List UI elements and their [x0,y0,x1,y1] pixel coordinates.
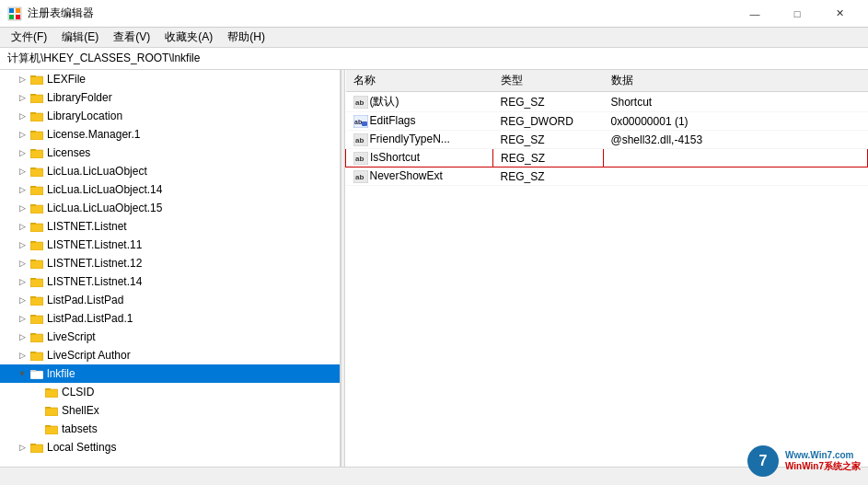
tree-label-liclua15: LicLua.LicLuaObject.15 [47,202,162,214]
expand-icon-listnet12[interactable]: ▷ [15,259,29,268]
tree-label-listnet: LISTNET.Listnet [47,220,127,233]
folder-icon-tabsets [44,421,59,436]
expand-icon-licensemanager[interactable]: ▷ [15,130,29,139]
tree-item-lnkfile[interactable]: ▼ lnkfile [0,364,340,383]
tree-item-liclua15[interactable]: ▷ LicLua.LicLuaObject.15 [0,199,340,217]
col-header-data: 数据 [604,70,868,92]
svg-rect-83 [45,426,58,434]
folder-icon-lnkfile [29,366,44,381]
svg-rect-39 [30,224,43,232]
tree-item-licenses[interactable]: ▷ Licenses [0,144,340,162]
svg-rect-35 [30,205,43,214]
expand-icon-licenses[interactable]: ▷ [15,148,29,157]
expand-icon-lnkfile[interactable]: ▼ [15,369,29,378]
cell-type-isshortcut: REG_SZ [493,149,604,167]
svg-rect-31 [30,187,43,195]
tree-item-listnet14[interactable]: ▷ LISTNET.Listnet.14 [0,272,340,291]
expand-icon-listpad1[interactable]: ▷ [15,314,29,323]
values-row-editflags[interactable]: ab EditFlagsREG_DWORD0x00000001 (1) [346,112,868,131]
tree-item-listpad1[interactable]: ▷ ListPad.ListPad.1 [0,309,340,328]
folder-icon-lexfile [29,72,44,87]
tree-label-libraryfolder: LibraryFolder [47,91,112,104]
values-row-default[interactable]: ab (默认)REG_SZShortcut [346,92,868,112]
tree-item-libraryfolder[interactable]: ▷ LibraryFolder [0,88,340,107]
close-button[interactable]: ✕ [818,0,861,28]
cell-type-nevershowext: REG_SZ [493,167,604,186]
menu-item-help[interactable]: 帮助(H) [220,28,272,47]
tree-label-lnkfile: lnkfile [47,367,75,380]
tree-item-clsid[interactable]: CLSID [0,383,340,401]
svg-rect-1 [9,8,14,13]
folder-icon-listnet14 [29,274,44,289]
values-table: 名称 类型 数据 ab (默认)REG_SZShortcut ab EditFl… [345,70,868,186]
minimize-button[interactable]: — [734,0,776,28]
expand-icon-libraryfolder[interactable]: ▷ [15,93,29,102]
tree-item-listnet11[interactable]: ▷ LISTNET.Listnet.11 [0,236,340,254]
folder-icon-liclua14 [29,182,44,197]
values-pane[interactable]: 名称 类型 数据 ab (默认)REG_SZShortcut ab EditFl… [345,70,868,467]
tree-label-liclua: LicLua.LicLuaObject [47,165,147,178]
expand-icon-livescript[interactable]: ▷ [15,332,29,341]
tree-item-librarylocation[interactable]: ▷ LibraryLocation [0,107,340,125]
expand-icon-lexfile[interactable]: ▷ [15,75,29,84]
svg-rect-67 [30,352,43,361]
folder-icon-livescriptauthor [29,348,44,363]
menu-item-favorites[interactable]: 收藏夹(A) [157,28,220,47]
svg-rect-43 [30,242,43,250]
titlebar-controls: — □ ✕ [734,0,861,28]
tree-item-livescriptauthor[interactable]: ▷ LiveScript Author [0,346,340,364]
expand-icon-listnet14[interactable]: ▷ [15,277,29,286]
expand-icon-liclua15[interactable]: ▷ [15,203,29,213]
menu-item-edit[interactable]: 编辑(E) [54,28,106,47]
svg-rect-87 [30,445,43,453]
tree-item-licensemanager[interactable]: ▷ License.Manager.1 [0,125,340,144]
cell-name-default: ab (默认) [346,92,493,112]
folder-icon-licenses [29,145,44,160]
folder-icon-libraryfolder [29,90,44,105]
svg-rect-75 [45,389,58,398]
expand-icon-livescriptauthor[interactable]: ▷ [15,351,29,360]
svg-rect-15 [30,113,43,121]
tree-item-tabsets[interactable]: tabsets [0,420,340,438]
expand-icon-listnet11[interactable]: ▷ [15,240,29,249]
menu-item-file[interactable]: 文件(F) [4,28,54,47]
tree-label-livescript: LiveScript [47,330,96,343]
tree-label-livescriptauthor: LiveScript Author [47,349,131,362]
expand-icon-listnet[interactable]: ▷ [15,222,29,231]
values-row-isshortcut[interactable]: ab IsShortcutREG_SZ [346,149,868,167]
expand-icon-listpad[interactable]: ▷ [15,295,29,305]
svg-rect-71 [30,371,43,379]
tree-item-listnet[interactable]: ▷ LISTNET.Listnet [0,217,340,236]
svg-rect-4 [16,15,20,19]
cell-data-friendlytype: @shell32.dll,-4153 [604,131,868,149]
tree-label-localsettings: Local Settings [47,441,116,454]
tree-item-listpad[interactable]: ▷ ListPad.ListPad [0,291,340,309]
values-row-friendlytype[interactable]: ab FriendlyTypeN...REG_SZ@shell32.dll,-4… [346,131,868,149]
folder-icon-listnet [29,219,44,234]
tree-item-localsettings[interactable]: ▷ Local Settings [0,438,340,456]
expand-icon-librarylocation[interactable]: ▷ [15,111,29,121]
titlebar: 注册表编辑器 — □ ✕ [0,0,868,28]
tree-label-listpad1: ListPad.ListPad.1 [47,312,133,325]
tree-item-liclua14[interactable]: ▷ LicLua.LicLuaObject.14 [0,180,340,199]
svg-rect-3 [9,15,14,19]
tree-label-listnet12: LISTNET.Listnet.12 [47,257,142,270]
tree-item-livescript[interactable]: ▷ LiveScript [0,328,340,346]
expand-icon-liclua[interactable]: ▷ [15,167,29,176]
svg-rect-27 [30,168,43,177]
folder-icon-licensemanager [29,127,44,142]
expand-icon-liclua14[interactable]: ▷ [15,185,29,194]
maximize-button[interactable]: □ [776,0,818,28]
svg-rect-93 [362,121,367,126]
tree-item-lexfile[interactable]: ▷ LEXFile [0,70,340,88]
values-row-nevershowext[interactable]: ab NeverShowExtREG_SZ [346,167,868,186]
cell-data-default: Shortcut [604,92,868,112]
tree-item-liclua[interactable]: ▷ LicLua.LicLuaObject [0,162,340,180]
svg-rect-7 [30,76,43,85]
tree-item-listnet12[interactable]: ▷ LISTNET.Listnet.12 [0,254,340,272]
expand-icon-localsettings[interactable]: ▷ [15,443,29,452]
menu-item-view[interactable]: 查看(V) [106,28,157,47]
tree-pane[interactable]: ▷ LEXFile▷ LibraryFolder▷ LibraryLocatio… [0,70,341,467]
cell-type-friendlytype: REG_SZ [493,131,604,149]
tree-item-shellex[interactable]: ShellEx [0,401,340,420]
